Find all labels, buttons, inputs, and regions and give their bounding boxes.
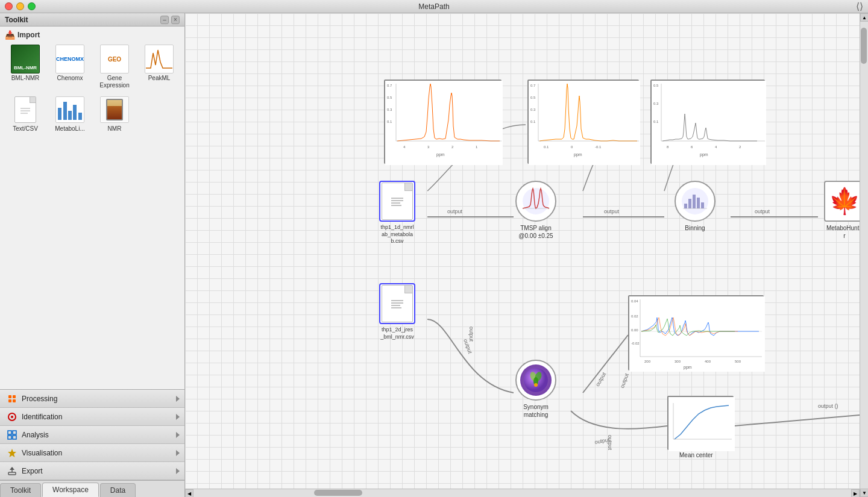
geo-icon: GEO xyxy=(100,45,129,73)
node-metabohunter-label: MetaboHunter xyxy=(826,224,863,240)
import-item-metaboli[interactable]: MetaboLi... xyxy=(49,94,90,134)
svg-text:0.1: 0.1 xyxy=(544,145,549,149)
visualisation-label: Visualisation xyxy=(22,449,62,457)
import-grid: BML-NMR BML-NMR CHENOMX Chenomx xyxy=(5,43,180,134)
processing-icon xyxy=(7,394,17,404)
svg-rect-11 xyxy=(8,436,11,439)
toolkit-close-btn[interactable]: × xyxy=(171,16,180,24)
synonym-icon xyxy=(520,364,552,396)
app-title: MetaPath xyxy=(418,2,449,11)
bml-nmr-label: BML-NMR xyxy=(11,75,40,82)
svg-text:0.5: 0.5 xyxy=(387,96,392,99)
main-layout: Toolkit – × 📥 Import BML-NMR xyxy=(0,13,868,497)
output-label-synonym-chart: output xyxy=(619,372,630,389)
visualisation-icon xyxy=(7,448,17,458)
identification-label: Identification xyxy=(22,413,62,421)
scroll-track-h[interactable] xyxy=(193,489,851,497)
svg-text:0.04: 0.04 xyxy=(631,299,638,303)
node-tmsp-align[interactable]: TMSP align@0.00 ±0.25 xyxy=(515,181,556,240)
import-item-bml-nmr[interactable]: BML-NMR BML-NMR xyxy=(5,43,46,90)
svg-point-103 xyxy=(534,383,538,387)
svg-text:200: 200 xyxy=(644,360,651,363)
import-item-chenomx[interactable]: CHENOMX Chenomx xyxy=(49,43,90,90)
mean-center-bottom-label: Mean center xyxy=(679,452,713,458)
chenomx-icon: CHENOMX xyxy=(55,45,84,73)
sidebar-item-identification[interactable]: Identification xyxy=(0,408,184,426)
analysis-label: Analysis xyxy=(22,431,49,439)
nmr-label: NMR xyxy=(108,125,122,133)
svg-rect-10 xyxy=(13,431,16,434)
minimize-button[interactable] xyxy=(16,2,24,10)
chart-node-multicolor[interactable]: 0.04 0.02 0.00 -0.02 200 300 400 500 ppm xyxy=(628,295,764,370)
svg-rect-93 xyxy=(701,202,704,208)
svg-rect-4 xyxy=(13,395,16,398)
svg-rect-14 xyxy=(8,472,16,475)
chart-node-nmr-gray[interactable]: 0.5 0.3 0.1 8 6 4 2 ppm xyxy=(650,80,765,164)
tab-workspace[interactable]: Workspace xyxy=(42,483,99,497)
title-bar: MetaPath ⟨⟩ xyxy=(0,0,868,13)
identification-icon xyxy=(7,412,17,422)
chart-node-mean-center-bottom[interactable] xyxy=(667,396,734,450)
svg-rect-38 xyxy=(529,81,640,165)
node-binning[interactable]: Binning xyxy=(675,181,715,232)
scroll-thumb-h[interactable] xyxy=(314,490,362,496)
svg-rect-12 xyxy=(13,436,16,439)
node-synonym-matching[interactable]: Synonymmatching xyxy=(515,360,556,419)
svg-marker-13 xyxy=(8,449,16,457)
node-synonym-matching-label: Synonymmatching xyxy=(523,403,549,419)
import-item-gene-expression[interactable]: GEO Gene Expression xyxy=(94,43,135,90)
maximize-button[interactable] xyxy=(28,2,36,10)
workspace-canvas[interactable]: output output output output output () ou… xyxy=(185,13,868,497)
import-item-peakml[interactable]: PeakML xyxy=(139,43,180,90)
scrollbar-horizontal[interactable]: ◀ ▶ xyxy=(185,489,860,497)
chart-node-nmr-orange2[interactable]: 0.7 0.5 0.3 0.1 0.1 0 -0.1 ppm xyxy=(527,80,639,164)
node-thp1-1d[interactable]: thp1_1d_nmrlab_metabolab.csv xyxy=(379,181,415,245)
tab-data[interactable]: Data xyxy=(100,483,136,497)
node-metabohunter[interactable]: 🍁 MetaboHunter xyxy=(824,181,865,240)
svg-text:0.3: 0.3 xyxy=(387,108,392,111)
svg-text:0.1: 0.1 xyxy=(387,120,392,123)
text-csv-icon xyxy=(11,95,40,124)
nmr-icon xyxy=(100,95,129,124)
bottom-tabs: Toolkit Workspace Data xyxy=(0,480,184,497)
svg-text:500: 500 xyxy=(735,360,741,363)
scrollbar-vertical[interactable]: ▲ ▼ xyxy=(860,13,868,497)
svg-text:output: output xyxy=(604,208,620,214)
import-item-nmr[interactable]: NMR xyxy=(94,94,135,134)
svg-text:0.3: 0.3 xyxy=(653,102,659,105)
svg-rect-89 xyxy=(684,204,687,208)
export-arrow xyxy=(176,468,180,474)
sidebar-item-export[interactable]: Export xyxy=(0,462,184,480)
svg-text:0.00: 0.00 xyxy=(631,328,638,332)
sidebar-item-analysis[interactable]: Analysis xyxy=(0,426,184,444)
close-button[interactable] xyxy=(5,2,13,10)
peakml-icon xyxy=(145,45,174,73)
node-thp1-2d-label: thp1_2d_jres_bml_nmr.csv xyxy=(380,327,414,340)
svg-rect-91 xyxy=(693,195,696,208)
tab-toolkit[interactable]: Toolkit xyxy=(0,483,41,497)
scroll-up-btn[interactable]: ▲ xyxy=(860,13,868,22)
scroll-right-btn[interactable]: ▶ xyxy=(851,489,860,497)
output-label-synonym-mean: output xyxy=(607,435,613,450)
window-controls[interactable] xyxy=(5,2,36,10)
svg-text:output (): output () xyxy=(818,403,838,409)
import-item-text-csv[interactable]: Text/CSV xyxy=(5,94,46,134)
scroll-down-btn[interactable]: ▼ xyxy=(860,489,868,497)
toolkit-minimize-btn[interactable]: – xyxy=(160,16,169,24)
node-binning-label: Binning xyxy=(685,224,705,232)
scroll-thumb-v[interactable] xyxy=(861,28,867,64)
node-thp1-1d-label: thp1_1d_nmrlab_metabolab.csv xyxy=(380,224,414,245)
analysis-icon xyxy=(7,430,17,440)
toolkit-header-buttons[interactable]: – × xyxy=(160,16,180,24)
sidebar-item-visualisation[interactable]: Visualisation xyxy=(0,444,184,462)
node-thp1-2d[interactable]: thp1_2d_jres_bml_nmr.csv xyxy=(379,283,415,340)
chart-node-nmr-orange[interactable]: 0.7 0.5 0.3 0.1 4 3 2 1 ppm xyxy=(384,80,502,164)
svg-text:0.3: 0.3 xyxy=(530,108,536,111)
scroll-track-v[interactable] xyxy=(860,22,868,489)
svg-text:0.02: 0.02 xyxy=(631,314,638,318)
svg-rect-92 xyxy=(697,198,700,208)
peakml-label: PeakML xyxy=(148,75,171,82)
scroll-left-btn[interactable]: ◀ xyxy=(185,489,193,497)
sidebar-item-processing[interactable]: Processing xyxy=(0,390,184,408)
svg-rect-79 xyxy=(668,397,735,451)
